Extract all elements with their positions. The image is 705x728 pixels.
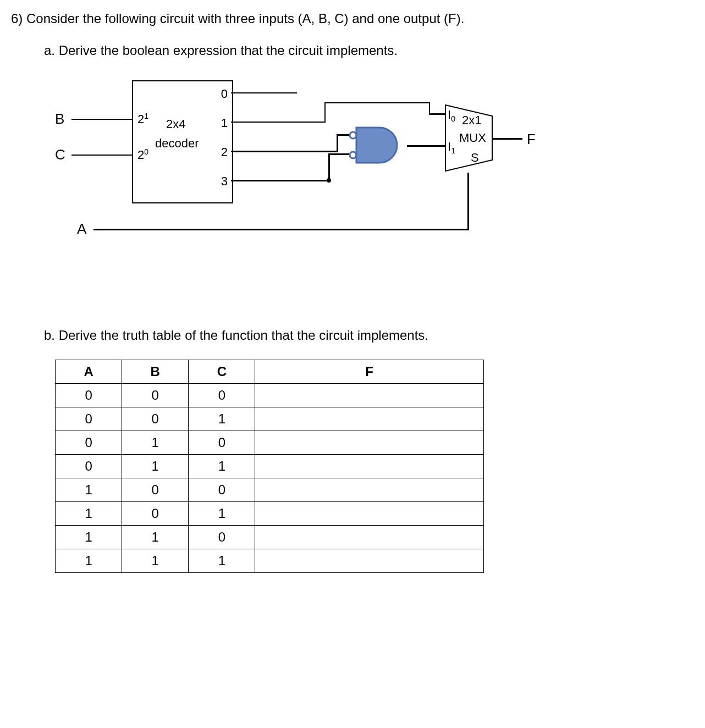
header-b: B bbox=[122, 360, 189, 384]
table-header-row: A B C F bbox=[56, 360, 484, 384]
wire-dec-3b bbox=[328, 153, 330, 181]
input-a-label: A bbox=[77, 220, 86, 238]
table-row: 101 bbox=[56, 502, 484, 526]
table-row: 110 bbox=[56, 526, 484, 549]
wire-a2 bbox=[467, 173, 469, 230]
wire-dec-2b bbox=[337, 134, 338, 152]
cell-a: 1 bbox=[56, 549, 122, 573]
wire-dec-1a bbox=[231, 122, 324, 123]
truth-table: A B C F 000 001 010 011 100 101 110 111 bbox=[55, 360, 484, 573]
cell-a: 0 bbox=[56, 455, 122, 478]
wire-dec-1b bbox=[324, 102, 326, 123]
table-row: 100 bbox=[56, 478, 484, 502]
cell-c: 0 bbox=[189, 431, 255, 455]
input-b-label: B bbox=[55, 111, 64, 128]
wire-a1 bbox=[93, 229, 469, 230]
cell-b: 0 bbox=[122, 407, 189, 431]
cell-f bbox=[255, 502, 484, 526]
cell-c: 0 bbox=[189, 384, 255, 407]
cell-a: 1 bbox=[56, 526, 122, 549]
cell-f bbox=[255, 549, 484, 573]
table-row: 001 bbox=[56, 407, 484, 431]
decoder-out-2: 2 bbox=[221, 145, 228, 159]
part-b-text: b. Derive the truth table of the functio… bbox=[44, 328, 694, 343]
header-f: F bbox=[255, 360, 484, 384]
nand-gate-icon bbox=[346, 123, 412, 167]
cell-f bbox=[255, 384, 484, 407]
mux-2x1-label: 2x1 bbox=[462, 113, 481, 128]
cell-a: 1 bbox=[56, 478, 122, 502]
cell-a: 0 bbox=[56, 431, 122, 455]
decoder-label-2x4: 2x4 bbox=[166, 117, 185, 131]
cell-b: 0 bbox=[122, 478, 189, 502]
decoder-out-0: 0 bbox=[221, 87, 228, 101]
cell-c: 1 bbox=[189, 407, 255, 431]
cell-b: 1 bbox=[122, 455, 189, 478]
table-row: 011 bbox=[56, 455, 484, 478]
decoder-bit-high: 21 bbox=[137, 112, 148, 126]
cell-b: 1 bbox=[122, 431, 189, 455]
input-c-label: C bbox=[55, 146, 65, 163]
cell-f bbox=[255, 431, 484, 455]
cell-c: 1 bbox=[189, 502, 255, 526]
cell-c: 1 bbox=[189, 549, 255, 573]
decoder-out-1: 1 bbox=[221, 116, 228, 130]
cell-a: 0 bbox=[56, 407, 122, 431]
table-row: 000 bbox=[56, 384, 484, 407]
header-a: A bbox=[56, 360, 122, 384]
wire-dec-2a bbox=[231, 151, 338, 152]
header-c: C bbox=[189, 360, 255, 384]
cell-b: 1 bbox=[122, 526, 189, 549]
table-row: 010 bbox=[56, 431, 484, 455]
wire-c bbox=[71, 155, 132, 156]
question-text: 6) Consider the following circuit with t… bbox=[11, 11, 694, 26]
cell-c: 0 bbox=[189, 478, 255, 502]
cell-f bbox=[255, 478, 484, 502]
decoder-box: 21 20 2x4 decoder 0 1 2 3 bbox=[132, 80, 233, 203]
circuit-diagram: B C 21 20 2x4 decoder 0 1 2 3 bbox=[55, 75, 550, 273]
mux-mux-label: MUX bbox=[459, 131, 486, 145]
wire-f bbox=[492, 138, 522, 140]
cell-b: 0 bbox=[122, 502, 189, 526]
junction-out3 bbox=[327, 178, 331, 183]
cell-f bbox=[255, 455, 484, 478]
cell-a: 1 bbox=[56, 502, 122, 526]
wire-dec-1c bbox=[324, 102, 429, 103]
decoder-bit-low: 20 bbox=[137, 147, 148, 162]
decoder-out-3: 3 bbox=[221, 174, 228, 189]
output-f-label: F bbox=[527, 131, 536, 148]
svg-point-1 bbox=[350, 152, 356, 158]
part-a-text: a. Derive the boolean expression that th… bbox=[44, 43, 694, 58]
cell-a: 0 bbox=[56, 384, 122, 407]
cell-b: 1 bbox=[122, 549, 189, 573]
mux-s-label: S bbox=[471, 151, 479, 165]
wire-dec-0 bbox=[231, 92, 297, 93]
svg-point-0 bbox=[350, 132, 356, 139]
wire-dec-1d bbox=[429, 102, 430, 113]
mux-i0-label: I0 bbox=[448, 108, 455, 123]
decoder-label-text: decoder bbox=[155, 136, 199, 151]
cell-c: 1 bbox=[189, 455, 255, 478]
cell-f bbox=[255, 407, 484, 431]
wire-dec-3a bbox=[231, 180, 330, 181]
table-row: 111 bbox=[56, 549, 484, 573]
wire-b bbox=[71, 119, 132, 120]
cell-f bbox=[255, 526, 484, 549]
cell-b: 0 bbox=[122, 384, 189, 407]
mux-i1-label: I1 bbox=[448, 140, 455, 155]
cell-c: 0 bbox=[189, 526, 255, 549]
